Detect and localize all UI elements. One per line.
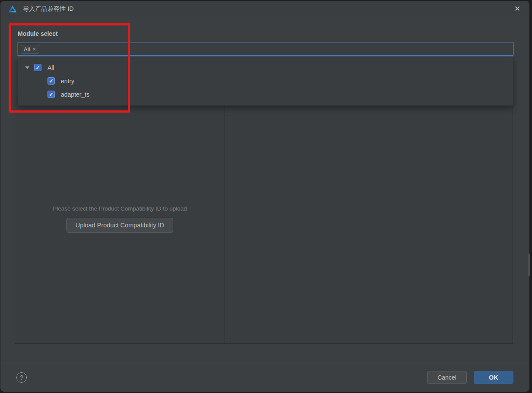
- tree-item-all[interactable]: ✓ All: [18, 61, 513, 74]
- checkbox-adapter-ts[interactable]: ✓: [48, 91, 55, 98]
- module-select-dropdown: ✓ All ✓ entry ✓ adapter_ts: [18, 57, 513, 106]
- upload-product-compatibility-id-button[interactable]: Upload Product Compatibility ID: [66, 218, 174, 233]
- module-select-label: Module select: [18, 30, 58, 37]
- cancel-button[interactable]: Cancel: [427, 371, 467, 384]
- detail-panel: [225, 96, 513, 343]
- tree-item-label: adapter_ts: [61, 91, 89, 98]
- scrollbar-thumb[interactable]: [528, 254, 530, 276]
- expand-arrow-icon[interactable]: [25, 66, 29, 69]
- content-area: Please select the Product Compatibility …: [15, 96, 513, 344]
- tree-item-adapter-ts[interactable]: ✓ adapter_ts: [18, 88, 513, 101]
- tree-item-label: All: [48, 64, 54, 71]
- chip-remove-icon[interactable]: ✕: [32, 47, 36, 52]
- help-icon[interactable]: ?: [16, 372, 27, 383]
- upload-hint-text: Please select the Product Compatibility …: [53, 205, 187, 212]
- dialog-footer: ? Cancel OK: [0, 363, 529, 392]
- dialog-title: 导入产品兼容性 ID: [23, 5, 74, 13]
- tree-item-entry[interactable]: ✓ entry: [18, 74, 513, 88]
- dialog-title-bar[interactable]: 导入产品兼容性 ID ✕: [0, 1, 529, 17]
- deveco-logo-icon: [8, 5, 17, 13]
- tree-item-label: entry: [61, 78, 74, 85]
- upload-group: Please select the Product Compatibility …: [15, 205, 225, 233]
- ok-button[interactable]: OK: [474, 371, 513, 384]
- checkbox-all[interactable]: ✓: [34, 64, 41, 71]
- chip-label: All: [24, 46, 30, 53]
- module-select-input[interactable]: All ✕: [18, 43, 513, 56]
- selected-module-chip[interactable]: All ✕: [21, 45, 39, 53]
- screen: 导入产品兼容性 ID ✕ Module select All ✕ ✓ All ✓…: [0, 0, 532, 393]
- close-icon[interactable]: ✕: [511, 3, 523, 15]
- upload-panel: Please select the Product Compatibility …: [15, 96, 225, 343]
- checkbox-entry[interactable]: ✓: [48, 77, 55, 85]
- import-compatibility-dialog: 导入产品兼容性 ID ✕ Module select All ✕ ✓ All ✓…: [0, 1, 529, 392]
